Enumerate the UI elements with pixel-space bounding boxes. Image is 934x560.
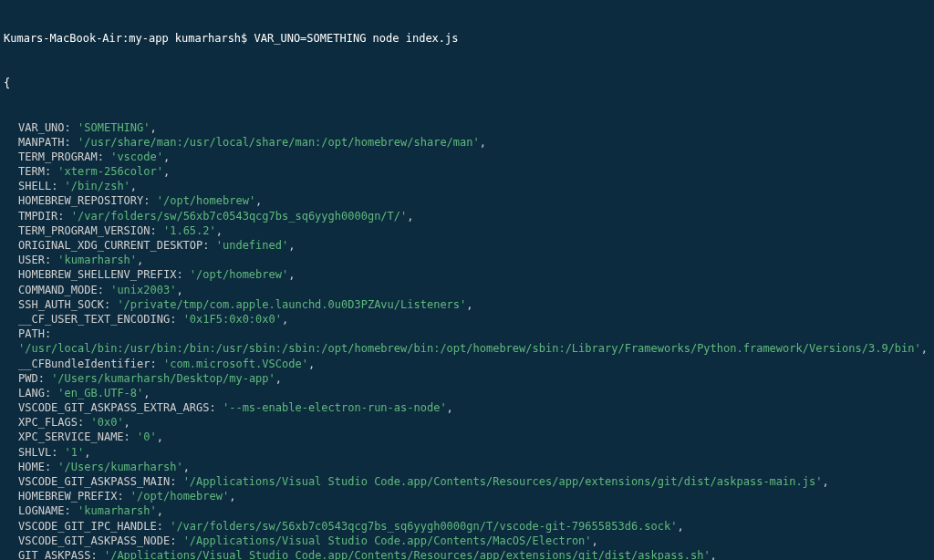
- colon-separator: :: [45, 165, 57, 178]
- shell-prompt: Kumars-MacBook-Air:my-app kumarharsh$: [4, 32, 247, 45]
- env-key: VSCODE_GIT_ASKPASS_EXTRA_ARGS: [18, 401, 210, 414]
- colon-separator: :: [45, 461, 57, 473]
- colon-separator: :: [57, 210, 70, 223]
- env-value: '/var/folders/sw/56xb7c0543qcg7bs_sq6yyg…: [71, 210, 407, 223]
- colon-separator: :: [176, 268, 189, 281]
- env-key: MANPATH: [18, 136, 65, 149]
- colon-separator: :: [45, 254, 57, 266]
- env-key: HOME: [18, 461, 45, 473]
- env-value: '/opt/homebrew': [130, 490, 229, 503]
- env-line: PWD: '/Users/kumarharsh/Desktop/my-app',: [4, 371, 930, 386]
- env-key: HOMEBREW_PREFIX: [18, 490, 117, 503]
- env-value: 'SOMETHING': [78, 121, 150, 134]
- env-key: LOGNAME: [18, 504, 65, 517]
- trailing-comma: ,: [163, 150, 170, 163]
- env-key: SHLVL: [18, 446, 51, 459]
- env-value: '/opt/homebrew': [190, 268, 288, 281]
- env-line: VSCODE_GIT_IPC_HANDLE: '/var/folders/sw/…: [4, 519, 930, 534]
- trailing-comma: ,: [677, 520, 683, 533]
- env-line: HOMEBREW_PREFIX: '/opt/homebrew',: [4, 489, 930, 503]
- env-value: '/Users/kumarharsh/Desktop/my-app': [51, 372, 275, 385]
- colon-separator: :: [65, 136, 78, 149]
- env-line: TERM: 'xterm-256color',: [4, 164, 930, 179]
- trailing-comma: ,: [124, 416, 130, 429]
- env-line: LANG: 'en_GB.UTF-8',: [4, 386, 930, 400]
- colon-separator: :: [170, 313, 182, 326]
- env-key: TERM: [18, 165, 45, 178]
- trailing-comma: ,: [480, 136, 486, 149]
- trailing-comma: ,: [288, 268, 295, 281]
- trailing-comma: ,: [183, 461, 190, 473]
- prompt-line: Kumars-MacBook-Air:my-app kumarharsh$ VA…: [4, 31, 930, 46]
- env-line: ORIGINAL_XDG_CURRENT_DESKTOP: 'undefined…: [4, 238, 930, 253]
- colon-separator: :: [117, 490, 130, 503]
- env-key: COMMAND_MODE: [18, 284, 98, 296]
- env-value: '/usr/local/bin:/usr/bin:/bin:/usr/sbin:…: [18, 342, 921, 355]
- env-value: 'unix2003': [110, 284, 176, 296]
- colon-separator: :: [210, 401, 223, 414]
- env-line: XPC_FLAGS: '0x0',: [4, 415, 930, 430]
- env-key: VAR_UNO: [18, 121, 65, 134]
- colon-separator: :: [170, 475, 182, 488]
- colon-separator: :: [150, 358, 163, 370]
- colon-separator: :: [78, 416, 90, 429]
- env-value: '0': [137, 430, 157, 443]
- trailing-comma: ,: [84, 446, 90, 459]
- env-value: '0x1F5:0x0:0x0': [183, 313, 282, 326]
- env-value: '/private/tmp/com.apple.launchd.0u0D3PZA…: [117, 298, 466, 311]
- trailing-comma: ,: [157, 430, 163, 443]
- env-key: ORIGINAL_XDG_CURRENT_DESKTOP: [18, 239, 202, 252]
- env-value: '/Applications/Visual Studio Code.app/Co…: [183, 534, 592, 547]
- trailing-comma: ,: [407, 210, 413, 223]
- env-line: XPC_SERVICE_NAME: '0',: [4, 430, 930, 444]
- env-line: SHLVL: '1',: [4, 445, 930, 460]
- env-key: XPC_FLAGS: [18, 416, 78, 429]
- env-line: SSH_AUTH_SOCK: '/private/tmp/com.apple.l…: [4, 297, 930, 312]
- env-key: HOMEBREW_REPOSITORY: [18, 194, 143, 207]
- colon-separator: :: [51, 446, 64, 459]
- env-line: TMPDIR: '/var/folders/sw/56xb7c0543qcg7b…: [4, 209, 930, 223]
- terminal-output[interactable]: Kumars-MacBook-Air:my-app kumarharsh$ VA…: [4, 2, 930, 560]
- env-line: HOMEBREW_REPOSITORY: '/opt/homebrew',: [4, 193, 930, 208]
- trailing-comma: ,: [229, 490, 235, 503]
- colon-separator: :: [104, 298, 117, 311]
- trailing-comma: ,: [150, 121, 157, 134]
- env-value: '/Users/kumarharsh': [57, 461, 182, 473]
- trailing-comma: ,: [447, 401, 453, 414]
- env-line: __CF_USER_TEXT_ENCODING: '0x1F5:0x0:0x0'…: [4, 312, 930, 327]
- trailing-comma: ,: [308, 358, 315, 370]
- env-line: HOMEBREW_SHELLENV_PREFIX: '/opt/homebrew…: [4, 267, 930, 282]
- env-line: COMMAND_MODE: 'unix2003',: [4, 283, 930, 297]
- env-key: VSCODE_GIT_ASKPASS_MAIN: [18, 475, 170, 488]
- env-key: VSCODE_GIT_IPC_HANDLE: [18, 520, 157, 533]
- env-value: '/opt/homebrew': [157, 194, 255, 207]
- env-line: TERM_PROGRAM: 'vscode',: [4, 150, 930, 164]
- trailing-comma: ,: [466, 298, 472, 311]
- colon-separator: :: [65, 121, 78, 134]
- env-line: __CFBundleIdentifier: 'com.microsoft.VSC…: [4, 357, 930, 371]
- env-value: 'xterm-256color': [57, 165, 163, 178]
- shell-command: VAR_UNO=SOMETHING node index.js: [254, 32, 459, 45]
- trailing-comma: ,: [130, 180, 137, 192]
- env-value: '/Applications/Visual Studio Code.app/Co…: [104, 549, 711, 560]
- env-key: XPC_SERVICE_NAME: [18, 430, 124, 443]
- trailing-comma: ,: [711, 549, 717, 560]
- env-line: VSCODE_GIT_ASKPASS_MAIN: '/Applications/…: [4, 474, 930, 489]
- colon-separator: :: [124, 430, 137, 443]
- trailing-comma: ,: [255, 194, 262, 207]
- env-key: SHELL: [18, 180, 51, 192]
- env-key: __CF_USER_TEXT_ENCODING: [18, 313, 170, 326]
- env-value: '/var/folders/sw/56xb7c0543qcg7bs_sq6yyg…: [170, 520, 677, 533]
- env-line: PATH: '/usr/local/bin:/usr/bin:/bin:/usr…: [4, 327, 930, 356]
- env-value: 'en_GB.UTF-8': [57, 387, 143, 399]
- env-line: VSCODE_GIT_ASKPASS_EXTRA_ARGS: '--ms-ena…: [4, 400, 930, 415]
- env-line: VAR_UNO: 'SOMETHING',: [4, 120, 930, 135]
- env-vars-block: VAR_UNO: 'SOMETHING',MANPATH: '/usr/shar…: [4, 120, 930, 561]
- env-line: USER: 'kumarharsh',: [4, 253, 930, 267]
- env-value: 'kumarharsh': [78, 504, 157, 517]
- env-line: SHELL: '/bin/zsh',: [4, 179, 930, 193]
- env-key: __CFBundleIdentifier: [18, 358, 150, 370]
- trailing-comma: ,: [163, 165, 170, 178]
- env-value: '--ms-enable-electron-run-as-node': [223, 401, 447, 414]
- env-key: PATH: [18, 327, 45, 340]
